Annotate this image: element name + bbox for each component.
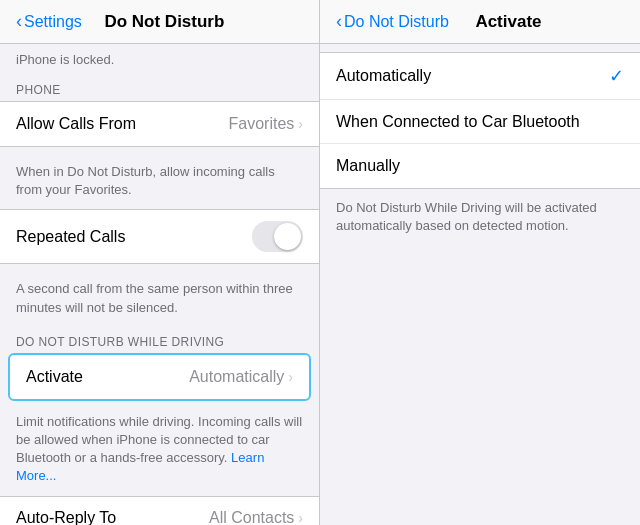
left-panel: ‹ Settings Do Not Disturb iPhone is lock…: [0, 0, 320, 525]
allow-calls-label: Allow Calls From: [16, 115, 229, 133]
option-manually-label: Manually: [336, 157, 624, 175]
activate-desc: Limit notifications while driving. Incom…: [0, 407, 319, 496]
auto-reply-to-chevron-icon: ›: [298, 510, 303, 525]
activate-value: Automatically: [189, 368, 284, 386]
repeated-calls-label: Repeated Calls: [16, 228, 252, 246]
right-panel: ‹ Do Not Disturb Activate Automatically …: [320, 0, 640, 525]
activate-row[interactable]: Activate Automatically ›: [10, 355, 309, 399]
repeated-calls-toggle[interactable]: [252, 221, 303, 252]
allow-calls-value: Favorites: [229, 115, 295, 133]
option-manually-row[interactable]: Manually: [320, 144, 640, 188]
activate-label: Activate: [26, 368, 189, 386]
allow-calls-desc: When in Do Not Disturb, allow incoming c…: [0, 157, 319, 209]
left-nav-title: Do Not Disturb: [26, 12, 303, 32]
option-car-bluetooth-label: When Connected to Car Bluetooth: [336, 113, 624, 131]
right-nav-bar: ‹ Do Not Disturb Activate: [320, 0, 640, 44]
dnd-driving-header: DO NOT DISTURB WHILE DRIVING: [0, 327, 319, 353]
repeated-calls-row[interactable]: Repeated Calls: [0, 210, 319, 263]
option-car-bluetooth-row[interactable]: When Connected to Car Bluetooth: [320, 100, 640, 144]
right-back-chevron-icon: ‹: [336, 11, 342, 32]
phone-settings-group: Allow Calls From Favorites ›: [0, 101, 319, 147]
phone-section-header: PHONE: [0, 75, 319, 101]
repeated-calls-desc: A second call from the same person withi…: [0, 274, 319, 326]
activate-options-group: Automatically ✓ When Connected to Car Bl…: [320, 52, 640, 189]
auto-reply-to-label: Auto-Reply To: [16, 509, 209, 525]
left-nav-bar: ‹ Settings Do Not Disturb: [0, 0, 319, 44]
left-back-chevron-icon: ‹: [16, 11, 22, 32]
automatically-checkmark-icon: ✓: [609, 65, 624, 87]
auto-reply-group: Auto-Reply To All Contacts › Auto-Reply …: [0, 496, 319, 526]
right-spacer: [320, 44, 640, 52]
activate-chevron-icon: ›: [288, 369, 293, 385]
option-automatically-label: Automatically: [336, 67, 609, 85]
activate-description: Do Not Disturb While Driving will be act…: [320, 191, 640, 243]
repeated-calls-group: Repeated Calls: [0, 209, 319, 264]
activate-highlighted-group: Activate Automatically ›: [8, 353, 311, 401]
allow-calls-row[interactable]: Allow Calls From Favorites ›: [0, 102, 319, 146]
allow-calls-chevron-icon: ›: [298, 116, 303, 132]
option-automatically-row[interactable]: Automatically ✓: [320, 53, 640, 100]
toggle-thumb: [274, 223, 301, 250]
locked-text: iPhone is locked.: [0, 44, 319, 75]
right-nav-title: Activate: [393, 12, 624, 32]
auto-reply-to-row[interactable]: Auto-Reply To All Contacts ›: [0, 497, 319, 526]
auto-reply-to-value: All Contacts: [209, 509, 294, 525]
